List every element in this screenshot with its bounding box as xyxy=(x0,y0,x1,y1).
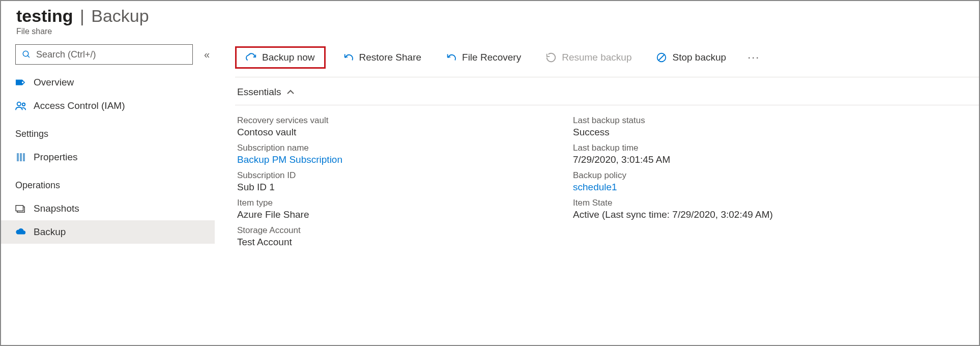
page-header: testing | Backup File share xyxy=(1,1,979,40)
field-value: 7/29/2020, 3:01:45 AM xyxy=(573,154,878,165)
svg-line-1 xyxy=(27,55,30,57)
svg-rect-7 xyxy=(23,153,25,161)
undo-icon xyxy=(446,52,457,63)
field-recovery-vault: Recovery services vault Contoso vault xyxy=(237,116,542,138)
sidebar-item-overview[interactable]: Overview xyxy=(12,71,215,94)
field-label: Item State xyxy=(573,198,878,208)
field-value: Test Account xyxy=(237,237,542,248)
svg-point-2 xyxy=(22,81,24,83)
svg-rect-9 xyxy=(16,206,23,211)
chevron-up-icon xyxy=(286,89,295,95)
refresh-icon xyxy=(545,52,557,63)
button-label: Backup now xyxy=(262,52,315,63)
button-label: Resume backup xyxy=(562,52,631,63)
field-subscription-name: Subscription name Backup PM Subscription xyxy=(237,143,542,165)
subscription-link[interactable]: Backup PM Subscription xyxy=(237,154,342,165)
field-backup-policy: Backup policy schedule1 xyxy=(573,170,878,193)
main-content: Backup now Restore Share File Recovery xyxy=(215,40,979,345)
resource-type: File share xyxy=(16,27,964,36)
sidebar-item-label: Snapshots xyxy=(34,203,79,214)
field-label: Item type xyxy=(237,198,542,208)
field-label: Last backup time xyxy=(573,143,878,153)
svg-line-11 xyxy=(659,55,665,61)
button-label: File Recovery xyxy=(462,52,521,63)
field-last-backup-time: Last backup time 7/29/2020, 3:01:45 AM xyxy=(573,143,878,165)
sidebar-item-label: Overview xyxy=(34,77,74,88)
field-item-type: Item type Azure File Share xyxy=(237,198,542,220)
properties-icon xyxy=(15,152,26,163)
undo-icon xyxy=(343,52,354,63)
sidebar-item-snapshots[interactable]: Snapshots xyxy=(12,197,215,220)
cloud-backup-icon xyxy=(15,226,26,238)
sidebar-item-label: Backup xyxy=(34,226,66,238)
sidebar-group-operations: Operations xyxy=(12,169,215,197)
sidebar-item-label: Access Control (IAM) xyxy=(34,100,125,111)
button-label: Restore Share xyxy=(359,52,422,63)
file-recovery-button[interactable]: File Recovery xyxy=(439,49,528,66)
svg-rect-6 xyxy=(20,153,22,161)
sidebar-group-settings: Settings xyxy=(12,118,215,146)
field-label: Backup policy xyxy=(573,170,878,181)
field-item-state: Item State Active (Last sync time: 7/29/… xyxy=(573,198,878,220)
field-value: Sub ID 1 xyxy=(237,182,542,193)
essentials-panel: Recovery services vault Contoso vault Su… xyxy=(235,105,979,253)
essentials-column-left: Recovery services vault Contoso vault Su… xyxy=(237,116,542,253)
field-value: Azure File Share xyxy=(237,209,542,220)
field-value: Contoso vault xyxy=(237,127,542,138)
sidebar-item-backup[interactable]: Backup xyxy=(1,220,215,244)
field-value: Success xyxy=(573,127,878,138)
sidebar: « Overview Access Control (IAM) Settings xyxy=(1,40,215,345)
tag-icon xyxy=(15,77,26,88)
field-label: Recovery services vault xyxy=(237,116,542,126)
sidebar-search-row: « xyxy=(12,40,215,71)
resume-backup-button: Resume backup xyxy=(538,49,639,66)
title-separator: | xyxy=(80,6,84,25)
prohibit-icon xyxy=(656,52,667,63)
field-storage-account: Storage Account Test Account xyxy=(237,225,542,248)
page-title: testing | Backup xyxy=(16,6,964,26)
snapshot-icon xyxy=(15,203,26,214)
people-icon xyxy=(15,100,26,111)
field-label: Subscription ID xyxy=(237,170,542,181)
button-label: Stop backup xyxy=(672,52,726,63)
nav-list: Overview Access Control (IAM) Settings P… xyxy=(12,71,215,244)
sidebar-item-properties[interactable]: Properties xyxy=(12,146,215,169)
collapse-sidebar-button[interactable]: « xyxy=(202,47,212,63)
toolbar: Backup now Restore Share File Recovery xyxy=(235,40,979,77)
field-label: Last backup status xyxy=(573,116,878,126)
search-input-wrapper[interactable] xyxy=(15,44,193,65)
page-name: Backup xyxy=(91,6,149,25)
svg-point-4 xyxy=(22,103,25,106)
svg-point-3 xyxy=(17,102,21,106)
field-label: Storage Account xyxy=(237,225,542,236)
backup-now-button[interactable]: Backup now xyxy=(235,46,326,69)
search-icon xyxy=(21,49,32,60)
search-input[interactable] xyxy=(36,49,187,60)
more-actions-button[interactable]: ··· xyxy=(743,49,764,66)
sidebar-item-label: Properties xyxy=(34,152,78,163)
essentials-heading: Essentials xyxy=(237,86,281,98)
field-last-backup-status: Last backup status Success xyxy=(573,116,878,138)
essentials-toggle[interactable]: Essentials xyxy=(235,77,979,105)
sidebar-item-access-control[interactable]: Access Control (IAM) xyxy=(12,94,215,118)
backup-now-icon xyxy=(246,52,257,63)
field-subscription-id: Subscription ID Sub ID 1 xyxy=(237,170,542,193)
restore-share-button[interactable]: Restore Share xyxy=(336,49,429,66)
field-label: Subscription name xyxy=(237,143,542,153)
essentials-column-right: Last backup status Success Last backup t… xyxy=(573,116,878,253)
svg-point-0 xyxy=(23,51,28,56)
stop-backup-button[interactable]: Stop backup xyxy=(649,49,733,66)
field-value: Active (Last sync time: 7/29/2020, 3:02:… xyxy=(573,209,878,220)
resource-name: testing xyxy=(16,6,73,25)
backup-policy-link[interactable]: schedule1 xyxy=(573,182,617,192)
page-body: « Overview Access Control (IAM) Settings xyxy=(1,40,979,345)
page-root: testing | Backup File share « xyxy=(1,1,979,345)
svg-rect-5 xyxy=(17,153,19,161)
